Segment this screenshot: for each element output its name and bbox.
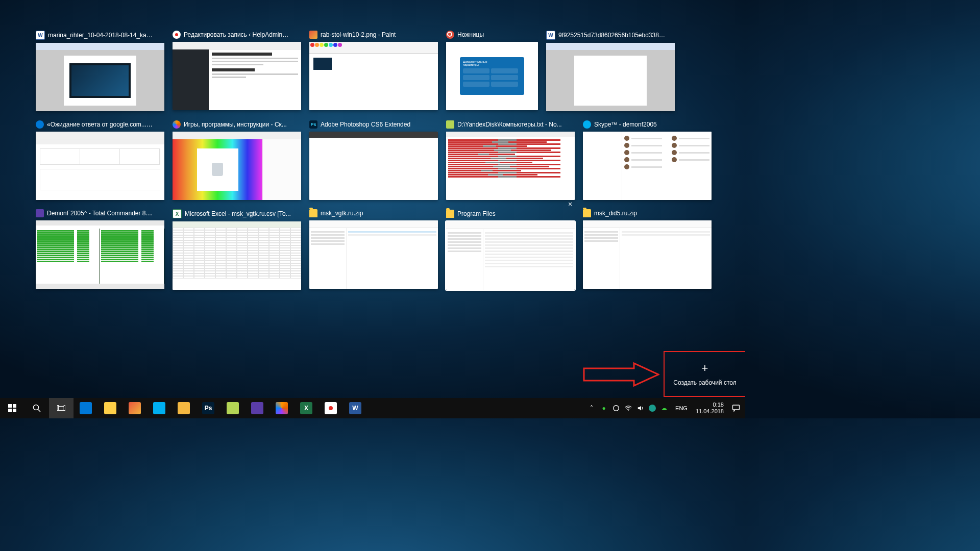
new-desktop-button[interactable]: + Создать рабочий стол xyxy=(665,352,745,396)
language-indicator[interactable]: ENG xyxy=(672,405,691,411)
notification-icon xyxy=(732,404,740,412)
excel-icon: X xyxy=(300,402,312,414)
skype-icon xyxy=(153,402,165,414)
new-desktop-label: Создать рабочий стол xyxy=(673,379,736,386)
tray-chevron-icon[interactable]: ˄ xyxy=(587,404,596,412)
skype-icon xyxy=(583,120,591,129)
taskbar-app-excel[interactable]: X xyxy=(294,398,318,418)
taskbar-app-explorer[interactable] xyxy=(98,398,122,418)
window-title: Ножницы xyxy=(457,31,484,38)
taskbar: Ps X W ˄ ● ☁ ENG 0:18 11.04.2018 xyxy=(0,398,745,418)
taskview-button[interactable] xyxy=(49,398,74,418)
window-preview xyxy=(446,132,575,200)
window-thumb-word-1[interactable]: Wmarina_rihter_10-04-2018-08-14_kak_... xyxy=(36,31,164,111)
taskbar-left: Ps X W xyxy=(0,398,368,418)
firefox-icon xyxy=(173,120,181,129)
tray-wifi-icon[interactable] xyxy=(624,404,632,412)
svg-point-4 xyxy=(34,405,39,410)
taskbar-app-photoshop[interactable]: Ps xyxy=(196,398,220,418)
svg-rect-3 xyxy=(13,409,16,412)
window-title: Adobe Photoshop CS6 Extended xyxy=(321,121,410,128)
window-thumb-photoshop[interactable]: PsAdobe Photoshop CS6 Extended xyxy=(309,120,438,200)
svg-rect-11 xyxy=(733,405,740,410)
explorer-icon xyxy=(104,402,116,414)
taskbar-app-firefox[interactable] xyxy=(270,398,294,418)
system-tray[interactable]: ˄ ● ☁ xyxy=(584,404,671,412)
windows-icon xyxy=(8,404,16,412)
svg-point-10 xyxy=(628,410,629,411)
tray-yandexdisk-icon[interactable] xyxy=(612,404,620,412)
paint-icon xyxy=(178,402,190,414)
window-title: marina_rihter_10-04-2018-08-14_kak_... xyxy=(48,32,155,39)
window-title: D:\YandexDisk\Компьютеры.txt - No... xyxy=(457,121,562,128)
window-thumb-notepadpp[interactable]: D:\YandexDisk\Компьютеры.txt - No... xyxy=(446,120,575,200)
svg-point-9 xyxy=(614,406,619,411)
window-thumb-firefox[interactable]: Игры, программы, инструкции - Ск... xyxy=(173,120,301,200)
window-title: Skype™ - demonf2005 xyxy=(594,121,657,128)
window-thumb-explorer-zip-1[interactable]: msk_vgtk.ru.zip xyxy=(309,209,438,290)
window-preview xyxy=(36,132,164,200)
word-icon: W xyxy=(349,402,361,414)
tray-app-icon[interactable] xyxy=(649,405,656,412)
start-button[interactable] xyxy=(0,398,24,418)
window-preview xyxy=(446,221,575,290)
taskbar-app-totalcommander[interactable] xyxy=(245,398,270,418)
totalcommander-icon xyxy=(251,402,263,414)
paint-icon xyxy=(309,31,317,39)
search-button[interactable] xyxy=(24,398,49,418)
taskbar-app-painttool[interactable] xyxy=(172,398,196,418)
taskbar-app-paint[interactable] xyxy=(122,398,147,418)
svg-line-5 xyxy=(38,410,41,412)
svg-rect-8 xyxy=(64,406,65,411)
window-preview xyxy=(173,132,301,200)
photoshop-icon: Ps xyxy=(202,402,214,414)
taskbar-app-edge[interactable] xyxy=(74,398,98,418)
folder-icon xyxy=(309,209,317,217)
task-view-row-1: Wmarina_rihter_10-04-2018-08-14_kak_... … xyxy=(36,31,715,111)
window-thumb-explorer-zip-2[interactable]: msk_did5.ru.zip xyxy=(583,209,712,290)
taskbar-app-yandex[interactable] xyxy=(318,398,343,418)
plus-icon: + xyxy=(702,362,708,375)
window-thumb-word-2[interactable]: W9f9252515d73d8602656b105ebd338c... xyxy=(546,31,675,111)
taskbar-app-word[interactable]: W xyxy=(343,398,368,418)
window-thumb-snip[interactable]: Ножницы Дополнительные параметры xyxy=(446,31,538,111)
clock-date: 11.04.2018 xyxy=(696,408,724,415)
window-title: Program Files xyxy=(457,210,496,217)
task-view: Wmarina_rihter_10-04-2018-08-14_kak_... … xyxy=(36,31,715,290)
tray-volume-icon[interactable] xyxy=(636,404,645,412)
taskbar-app-notepadpp[interactable] xyxy=(220,398,245,418)
window-preview: Дополнительные параметры xyxy=(446,42,538,110)
notepadpp-icon xyxy=(227,402,239,414)
window-preview xyxy=(583,220,712,289)
edge-icon xyxy=(80,402,92,414)
taskview-icon xyxy=(57,404,65,412)
window-preview xyxy=(309,42,438,110)
scissors-icon xyxy=(446,31,454,39)
tray-cloud-icon[interactable]: ☁ xyxy=(660,404,668,412)
clock-time: 0:18 xyxy=(713,402,724,408)
window-preview xyxy=(583,132,712,200)
close-thumb-button[interactable]: × xyxy=(566,200,575,209)
photoshop-icon: Ps xyxy=(309,120,317,129)
word-icon: W xyxy=(546,31,555,40)
preview-card-title: Дополнительные параметры xyxy=(463,60,504,66)
window-thumb-edge[interactable]: «Ожидание ответа от google.com...»... xyxy=(36,120,164,200)
word-icon: W xyxy=(36,31,45,40)
clock[interactable]: 0:18 11.04.2018 xyxy=(692,402,728,415)
window-thumb-skype[interactable]: Skype™ - demonf2005 xyxy=(583,120,712,200)
window-title: msk_vgtk.ru.zip xyxy=(321,210,363,217)
task-view-row-2: «Ожидание ответа от google.com...»... Иг… xyxy=(36,120,715,200)
window-thumb-totalcommander[interactable]: DemonF2005^ - Total Commander 8.... xyxy=(36,209,164,290)
window-thumb-explorer-programfiles[interactable]: Program Files × xyxy=(446,209,575,290)
window-preview xyxy=(309,132,438,200)
svg-rect-0 xyxy=(8,404,12,408)
action-center-button[interactable] xyxy=(729,398,743,418)
folder-icon xyxy=(446,210,454,218)
window-thumb-excel[interactable]: XMicrosoft Excel - msk_vgtk.ru.csv [То..… xyxy=(173,209,301,290)
tray-status-icon[interactable]: ● xyxy=(600,404,608,412)
window-thumb-yandex[interactable]: Редактировать запись ‹ HelpAdmins.... xyxy=(173,31,301,111)
taskbar-app-skype[interactable] xyxy=(147,398,172,418)
svg-rect-1 xyxy=(13,404,16,408)
window-thumb-paint[interactable]: rab-stol-win10-2.png - Paint xyxy=(309,31,438,111)
window-title: Редактировать запись ‹ HelpAdmins.... xyxy=(184,31,291,38)
